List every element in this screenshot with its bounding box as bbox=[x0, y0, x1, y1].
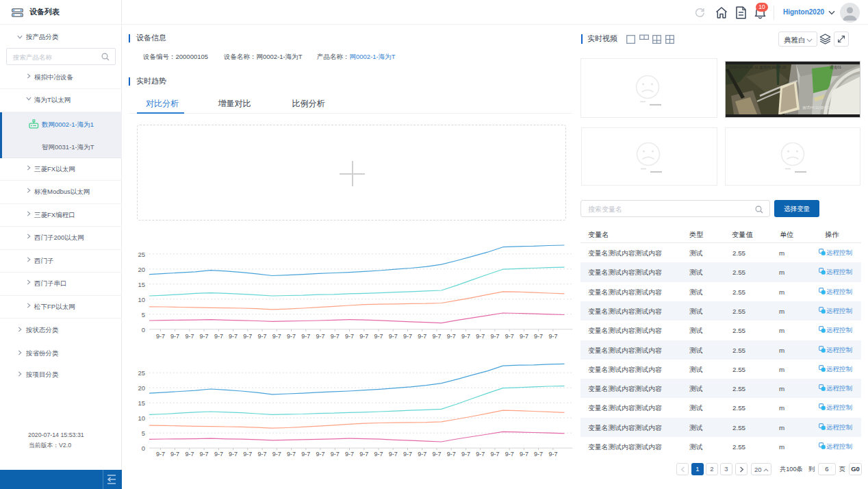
svg-text:9-7: 9-7 bbox=[403, 451, 412, 457]
svg-text:9-7: 9-7 bbox=[156, 451, 165, 457]
svg-text:9-7: 9-7 bbox=[389, 451, 398, 457]
svg-text:9-7: 9-7 bbox=[200, 333, 209, 340]
svg-text:9-7: 9-7 bbox=[374, 333, 383, 340]
svg-text:20: 20 bbox=[138, 384, 145, 392]
svg-text:9-7: 9-7 bbox=[185, 333, 194, 340]
svg-text:9-7: 9-7 bbox=[476, 333, 485, 340]
svg-text:9-7: 9-7 bbox=[490, 333, 499, 340]
svg-text:9-7: 9-7 bbox=[403, 333, 412, 340]
svg-text:9-7: 9-7 bbox=[534, 451, 543, 457]
svg-text:9-7: 9-7 bbox=[548, 333, 557, 340]
svg-text:0: 0 bbox=[142, 444, 145, 452]
svg-text:9-7: 9-7 bbox=[345, 333, 354, 340]
svg-text:9-7: 9-7 bbox=[359, 333, 368, 340]
svg-text:9-7: 9-7 bbox=[185, 451, 194, 457]
svg-text:9-7: 9-7 bbox=[301, 451, 310, 457]
svg-text:9-7: 9-7 bbox=[258, 333, 267, 340]
svg-text:9-7: 9-7 bbox=[505, 333, 514, 340]
svg-text:9-7: 9-7 bbox=[229, 333, 238, 340]
svg-text:9-7: 9-7 bbox=[505, 451, 514, 457]
svg-text:9-7: 9-7 bbox=[447, 333, 456, 340]
svg-text:9-7: 9-7 bbox=[520, 333, 528, 340]
svg-text:9-7: 9-7 bbox=[432, 333, 441, 340]
svg-text:15: 15 bbox=[138, 399, 145, 407]
svg-text:10: 10 bbox=[138, 414, 145, 422]
svg-text:9-7: 9-7 bbox=[520, 451, 528, 457]
svg-text:9-7: 9-7 bbox=[272, 333, 281, 340]
svg-text:测试HY11/摄像01: 测试HY11/摄像01 bbox=[802, 105, 832, 110]
svg-text:9-7: 9-7 bbox=[534, 333, 543, 340]
svg-text:15: 15 bbox=[138, 281, 145, 288]
svg-text:9-7: 9-7 bbox=[156, 333, 165, 340]
svg-text:9-7: 9-7 bbox=[389, 333, 398, 340]
svg-text:9-7: 9-7 bbox=[447, 451, 456, 457]
svg-text:9-7: 9-7 bbox=[490, 451, 499, 457]
svg-text:9-7: 9-7 bbox=[243, 333, 252, 340]
svg-text:9-7: 9-7 bbox=[214, 451, 223, 457]
svg-text:25: 25 bbox=[138, 251, 145, 258]
svg-text:9-7: 9-7 bbox=[272, 451, 281, 457]
svg-text:5: 5 bbox=[142, 429, 145, 437]
svg-text:9-7: 9-7 bbox=[170, 333, 179, 340]
svg-text:9-7: 9-7 bbox=[345, 451, 354, 457]
svg-text:9-7: 9-7 bbox=[331, 451, 340, 457]
svg-text:9-7: 9-7 bbox=[432, 451, 441, 457]
svg-text:9-7: 9-7 bbox=[287, 333, 296, 340]
svg-text:通道01: 通道01 bbox=[830, 64, 841, 69]
svg-text:25: 25 bbox=[138, 369, 145, 377]
svg-text:9-7: 9-7 bbox=[170, 451, 179, 457]
svg-text:9-7: 9-7 bbox=[301, 333, 310, 340]
svg-text:9-7: 9-7 bbox=[359, 451, 368, 457]
svg-text:9-7: 9-7 bbox=[316, 333, 324, 340]
svg-text:9-7: 9-7 bbox=[243, 451, 252, 457]
svg-text:5: 5 bbox=[142, 311, 145, 318]
svg-text:9-7: 9-7 bbox=[331, 333, 340, 340]
svg-text:9-7: 9-7 bbox=[548, 451, 557, 457]
svg-text:10: 10 bbox=[138, 296, 145, 303]
svg-text:9-7: 9-7 bbox=[374, 451, 383, 457]
svg-text:0: 0 bbox=[142, 326, 145, 334]
svg-text:9-7: 9-7 bbox=[461, 333, 470, 340]
svg-text:2020-07-09 11:11 星期四 10:48:25: 2020-07-09 11:11 星期四 10:48:25 bbox=[729, 65, 787, 70]
svg-text:9-7: 9-7 bbox=[229, 451, 238, 457]
svg-text:9-7: 9-7 bbox=[258, 451, 267, 457]
svg-text:9-7: 9-7 bbox=[418, 333, 426, 340]
svg-text:9-7: 9-7 bbox=[418, 451, 426, 457]
svg-text:9-7: 9-7 bbox=[461, 451, 470, 457]
svg-text:20: 20 bbox=[138, 266, 145, 273]
svg-text:9-7: 9-7 bbox=[200, 451, 209, 457]
svg-text:9-7: 9-7 bbox=[287, 451, 296, 457]
svg-text:9-7: 9-7 bbox=[316, 451, 324, 457]
svg-text:9-7: 9-7 bbox=[214, 333, 223, 340]
svg-text:9-7: 9-7 bbox=[476, 451, 485, 457]
